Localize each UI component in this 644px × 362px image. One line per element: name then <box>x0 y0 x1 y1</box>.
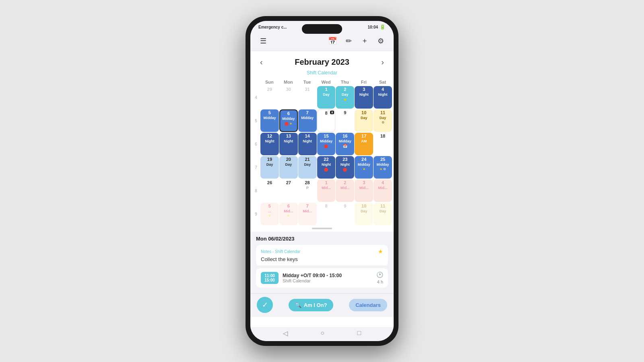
gear-indicator: ⚙ <box>382 121 384 124</box>
cal-day-feb28[interactable]: 28 P <box>298 179 317 202</box>
week-num-4: 4 <box>252 86 260 109</box>
cal-day-mar7[interactable]: 7 Mid... <box>298 203 317 225</box>
dow-fri: Fri <box>354 79 373 85</box>
square-button[interactable]: □ <box>357 329 361 337</box>
detail-card-event[interactable]: 11:00 15:00 Midday +O/T 09:00 - 15:00 Sh… <box>256 268 388 288</box>
cal-day-feb14[interactable]: 14 Night <box>298 133 317 155</box>
calendars-button[interactable]: Calendars <box>349 299 387 311</box>
cal-day-feb24[interactable]: 24 Midday ★ <box>355 156 373 179</box>
day16-indicators: 📅 <box>343 144 347 148</box>
cal-day-feb4[interactable]: 4 Night <box>374 86 392 109</box>
event-meta: 🕐 4 h <box>376 272 383 284</box>
day24-indicators: ★ <box>363 167 365 171</box>
cal-day-feb15[interactable]: 15 Midday <box>317 133 336 155</box>
day22-indicators <box>324 167 328 172</box>
search-icon: 🔍 <box>295 302 301 308</box>
cal-day-feb20[interactable]: 20 Day <box>279 156 298 179</box>
cal-day-feb2[interactable]: 2 Day ★ <box>336 86 354 109</box>
home-button[interactable]: ○ <box>320 329 324 337</box>
cal-day-mar5[interactable]: 5 ... ★ <box>260 203 279 225</box>
cal-day-feb19[interactable]: 19 Day <box>260 156 279 179</box>
prev-month-button[interactable]: ‹ <box>257 56 266 68</box>
cal-day-feb27[interactable]: 27 <box>279 179 298 202</box>
cal-day-feb18[interactable]: 18 <box>374 133 392 155</box>
cal-day-jan31[interactable]: 31 <box>298 86 317 109</box>
dow-wed: Wed <box>317 79 336 85</box>
cal-day-mar1[interactable]: 1 Mid... <box>317 179 336 202</box>
status-bar: Emergency c... 10:04 🔋 <box>250 21 394 31</box>
week-num-7: 7 <box>252 156 260 179</box>
cal-week-6: 6 12 Night 13 Night 14 Night <box>252 133 392 155</box>
shift-calendar-label: Shift Calendar <box>250 70 394 79</box>
cal-grid: 4 29 30 31 1 Day <box>250 86 394 225</box>
event-details: Midday +O/T 09:00 - 15:00 Shift Calendar <box>283 273 372 283</box>
cal-day-feb6[interactable]: 6 Midday ★ <box>279 109 298 132</box>
cal-day-mar11[interactable]: 11 Day <box>374 203 392 225</box>
cal-day-mar3[interactable]: 3 Mid... <box>355 179 373 202</box>
cal-day-jan29[interactable]: 29 <box>260 86 279 109</box>
edit-icon[interactable]: ✏ <box>342 35 355 47</box>
cal-day-feb23[interactable]: 23 Night <box>336 156 354 179</box>
week-num-6: 6 <box>252 133 260 155</box>
mar5-indicators: ★ <box>268 214 271 218</box>
scroll-bar <box>312 228 332 229</box>
day25-indicators: ★ ⚙ <box>380 167 386 171</box>
cal-day-feb9[interactable]: 9 <box>336 109 354 132</box>
dow-sat: Sat <box>373 79 392 85</box>
cal-day-feb17[interactable]: 17 AM <box>355 133 373 155</box>
settings-icon[interactable]: ⚙ <box>374 35 387 47</box>
dow-tue: Tue <box>298 79 317 85</box>
cal-week-7: 7 19 Day 20 Day 21 Day <box>252 156 392 179</box>
cal-day-mar10[interactable]: 10 Day <box>355 203 373 225</box>
cal-day-feb13[interactable]: 13 Night <box>279 133 298 155</box>
nav-bar: ☰ 📅 ✏ + ⚙ <box>250 31 394 51</box>
dow-sun: Sun <box>260 79 279 85</box>
cal-day-jan30[interactable]: 30 <box>279 86 298 109</box>
cal-day-feb21[interactable]: 21 Day <box>298 156 317 179</box>
add-icon[interactable]: + <box>358 35 371 47</box>
cal-day-feb3[interactable]: 3 Night <box>355 86 373 109</box>
status-right: 10:04 🔋 <box>367 24 386 30</box>
detail-card-notes: Notes - Shift Calendar ★ Collect the key… <box>256 245 388 266</box>
cal-day-feb16[interactable]: 16 Midday 📅 <box>336 133 354 155</box>
cal-day-mar2[interactable]: 2 Mid... <box>336 179 354 202</box>
am-i-on-button[interactable]: 🔍 Am I On? <box>289 299 334 311</box>
star-indicator: ★ <box>287 214 290 218</box>
cal-day-feb26[interactable]: 26 <box>260 179 279 202</box>
cal-week-9: 9 5 ... ★ 6 Mid... ★ <box>252 203 392 225</box>
event-calendar: Shift Calendar <box>283 278 372 283</box>
star-indicator: ★ <box>343 97 347 102</box>
notes-header: Notes - Shift Calendar ★ <box>261 248 383 255</box>
day23-indicators <box>343 167 347 172</box>
cal-day-feb8[interactable]: 8 8 <box>317 109 336 132</box>
star-indicator: ★ <box>363 167 365 171</box>
event-title: Midday +O/T 09:00 - 15:00 <box>283 273 372 278</box>
p-note: P <box>306 186 309 190</box>
cal-day-feb7[interactable]: 7 Midday <box>298 109 317 132</box>
nav-icons-right: 📅 ✏ + ⚙ <box>326 35 387 47</box>
back-button[interactable]: ◁ <box>283 329 288 337</box>
star-indicator: ★ <box>268 214 271 218</box>
notes-text: Collect the keys <box>261 256 383 262</box>
cal-day-mar4[interactable]: 4 Mid... <box>374 179 392 202</box>
red-indicator <box>343 168 347 172</box>
cal-week-4: 4 29 30 31 1 Day <box>252 86 392 109</box>
day2-indicators: ★ <box>343 97 347 102</box>
cal-day-mar6[interactable]: 6 Mid... ★ <box>279 203 298 225</box>
event-start-time: 11:00 <box>263 274 276 278</box>
event-end-time: 15:00 <box>263 278 276 282</box>
next-month-button[interactable]: › <box>378 56 387 68</box>
calendar-icon[interactable]: 📅 <box>326 35 339 47</box>
cal-day-feb10[interactable]: 10 Day <box>355 109 373 132</box>
cal-day-feb25[interactable]: 25 Midday ★ ⚙ <box>374 156 392 179</box>
cal-day-mar9[interactable]: 9 <box>336 203 354 225</box>
cal-day-feb12[interactable]: 12 Night <box>260 133 279 155</box>
cal-day-feb1[interactable]: 1 Day <box>317 86 336 109</box>
notch <box>302 24 342 34</box>
cal-day-feb5[interactable]: 5 Midday <box>260 109 279 132</box>
check-button[interactable]: ✓ <box>257 297 273 313</box>
cal-day-feb22[interactable]: 22 Night <box>317 156 336 179</box>
cal-day-mar8[interactable]: 8 <box>317 203 336 225</box>
menu-icon[interactable]: ☰ <box>257 35 270 47</box>
cal-day-feb11[interactable]: 11 Day ⚙ <box>374 109 392 132</box>
